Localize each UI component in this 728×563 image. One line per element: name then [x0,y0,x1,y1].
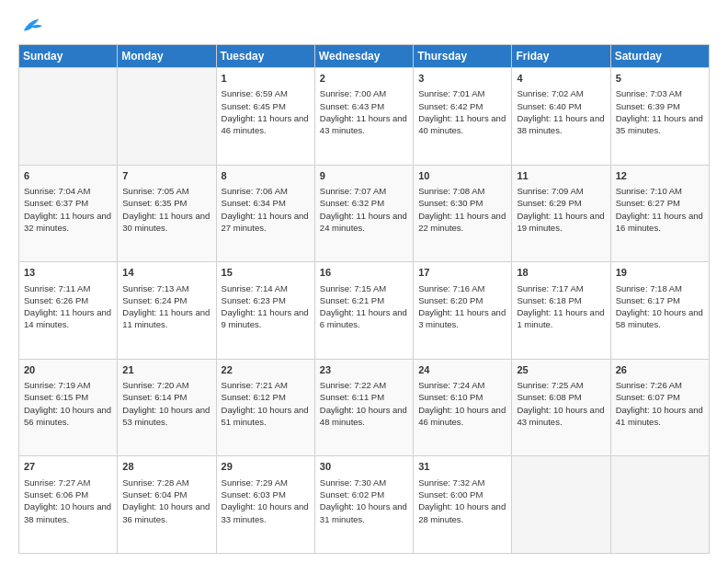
day-info-line: Sunset: 6:26 PM [24,294,112,306]
day-number: 7 [122,169,210,183]
day-number: 15 [222,266,310,280]
weekday-header-wednesday: Wednesday [314,45,413,68]
calendar-cell: 17Sunrise: 7:16 AMSunset: 6:20 PMDayligh… [414,262,512,360]
calendar-cell: 25Sunrise: 7:25 AMSunset: 6:08 PMDayligh… [512,359,610,456]
day-number: 31 [418,460,506,474]
day-info-line: Sunset: 6:17 PM [616,294,704,306]
day-info-line: Sunset: 6:43 PM [320,100,408,112]
calendar-cell: 10Sunrise: 7:08 AMSunset: 6:30 PMDayligh… [414,165,512,262]
day-info-line: Sunrise: 7:04 AM [24,185,112,197]
day-info-line: Daylight: 11 hours and 40 minutes. [418,112,506,137]
week-row-3: 13Sunrise: 7:11 AMSunset: 6:26 PMDayligh… [19,262,710,360]
day-info-line: Sunrise: 7:07 AM [320,185,408,197]
weekday-header-tuesday: Tuesday [216,45,314,68]
day-info-line: Daylight: 11 hours and 9 minutes. [222,306,310,331]
day-info-line: Sunrise: 7:18 AM [616,282,704,294]
calendar-table: SundayMondayTuesdayWednesdayThursdayFrid… [18,44,710,554]
day-info-line: Sunrise: 7:22 AM [320,379,408,391]
page: SundayMondayTuesdayWednesdayThursdayFrid… [0,0,728,563]
day-info-line: Daylight: 10 hours and 48 minutes. [320,404,408,429]
day-number: 13 [24,266,112,280]
day-info-line: Sunrise: 6:59 AM [222,87,310,99]
day-number: 26 [616,363,704,377]
day-info-line: Sunrise: 7:16 AM [418,282,506,294]
calendar-cell [610,456,709,554]
logo [18,15,46,35]
day-info-line: Sunrise: 7:29 AM [222,477,310,488]
calendar-cell: 3Sunrise: 7:01 AMSunset: 6:42 PMDaylight… [414,68,512,166]
calendar-cell: 26Sunrise: 7:26 AMSunset: 6:07 PMDayligh… [610,359,709,456]
day-info-line: Daylight: 11 hours and 6 minutes. [320,306,408,331]
day-info-line: Sunset: 6:32 PM [320,197,408,209]
day-info-line: Daylight: 10 hours and 36 minutes. [122,500,210,525]
day-info-line: Sunrise: 7:28 AM [122,477,210,488]
day-info-line: Sunset: 6:06 PM [24,488,112,500]
week-row-1: 1Sunrise: 6:59 AMSunset: 6:45 PMDaylight… [19,68,710,166]
weekday-header-row: SundayMondayTuesdayWednesdayThursdayFrid… [19,45,710,68]
day-number: 23 [320,363,408,377]
day-number: 11 [517,169,605,183]
calendar-cell: 19Sunrise: 7:18 AMSunset: 6:17 PMDayligh… [610,262,709,360]
weekday-header-sunday: Sunday [19,45,118,68]
day-number: 17 [418,266,506,280]
calendar-cell: 1Sunrise: 6:59 AMSunset: 6:45 PMDaylight… [216,68,314,166]
day-info-line: Daylight: 11 hours and 1 minute. [517,306,605,331]
calendar-cell: 18Sunrise: 7:17 AMSunset: 6:18 PMDayligh… [512,262,610,360]
day-info-line: Sunrise: 7:01 AM [418,87,506,99]
calendar-cell: 14Sunrise: 7:13 AMSunset: 6:24 PMDayligh… [118,262,216,360]
day-info-line: Daylight: 11 hours and 24 minutes. [320,210,408,235]
day-info-line: Daylight: 10 hours and 31 minutes. [320,500,408,525]
day-info-line: Daylight: 11 hours and 16 minutes. [616,210,704,235]
day-info-line: Daylight: 11 hours and 11 minutes. [122,306,210,331]
calendar-cell: 4Sunrise: 7:02 AMSunset: 6:40 PMDaylight… [512,68,610,166]
calendar-cell: 24Sunrise: 7:24 AMSunset: 6:10 PMDayligh… [414,359,512,456]
day-info-line: Sunrise: 7:20 AM [122,379,210,391]
calendar-cell: 20Sunrise: 7:19 AMSunset: 6:15 PMDayligh… [19,359,118,456]
day-info-line: Sunrise: 7:06 AM [222,185,310,197]
day-info-line: Sunrise: 7:13 AM [122,282,210,294]
calendar-cell: 16Sunrise: 7:15 AMSunset: 6:21 PMDayligh… [314,262,413,360]
day-info-line: Sunset: 6:11 PM [320,391,408,403]
day-info-line: Sunset: 6:00 PM [418,488,506,500]
calendar-cell: 29Sunrise: 7:29 AMSunset: 6:03 PMDayligh… [216,456,314,554]
day-info-line: Sunset: 6:21 PM [320,294,408,306]
day-number: 29 [222,460,310,474]
day-info-line: Sunrise: 7:26 AM [616,379,704,391]
day-info-line: Daylight: 11 hours and 38 minutes. [517,112,605,137]
week-row-5: 27Sunrise: 7:27 AMSunset: 6:06 PMDayligh… [19,456,710,554]
day-number: 24 [418,363,506,377]
day-info-line: Sunset: 6:03 PM [222,488,310,500]
day-number: 12 [616,169,704,183]
day-info-line: Sunrise: 7:02 AM [517,87,605,99]
day-info-line: Sunset: 6:23 PM [222,294,310,306]
week-row-4: 20Sunrise: 7:19 AMSunset: 6:15 PMDayligh… [19,359,710,456]
calendar-cell: 12Sunrise: 7:10 AMSunset: 6:27 PMDayligh… [610,165,709,262]
day-info-line: Daylight: 11 hours and 14 minutes. [24,306,112,331]
day-info-line: Sunrise: 7:10 AM [616,185,704,197]
day-info-line: Sunset: 6:24 PM [122,294,210,306]
day-info-line: Sunrise: 7:09 AM [517,185,605,197]
calendar-cell: 23Sunrise: 7:22 AMSunset: 6:11 PMDayligh… [314,359,413,456]
calendar-cell [512,456,610,554]
calendar-cell: 13Sunrise: 7:11 AMSunset: 6:26 PMDayligh… [19,262,118,360]
day-info-line: Sunset: 6:08 PM [517,391,605,403]
day-number: 4 [517,72,605,86]
calendar-cell: 31Sunrise: 7:32 AMSunset: 6:00 PMDayligh… [414,456,512,554]
calendar-cell: 7Sunrise: 7:05 AMSunset: 6:35 PMDaylight… [118,165,216,262]
day-info-line: Daylight: 10 hours and 51 minutes. [222,404,310,429]
logo-text [18,15,46,35]
day-info-line: Sunset: 6:12 PM [222,391,310,403]
day-info-line: Sunset: 6:07 PM [616,391,704,403]
day-info-line: Sunrise: 7:24 AM [418,379,506,391]
day-info-line: Daylight: 10 hours and 46 minutes. [418,404,506,429]
day-info-line: Sunrise: 7:27 AM [24,477,112,488]
day-info-line: Sunrise: 7:05 AM [122,185,210,197]
day-number: 1 [222,72,310,86]
day-info-line: Daylight: 11 hours and 32 minutes. [24,210,112,235]
week-row-2: 6Sunrise: 7:04 AMSunset: 6:37 PMDaylight… [19,165,710,262]
calendar-cell: 11Sunrise: 7:09 AMSunset: 6:29 PMDayligh… [512,165,610,262]
day-info-line: Sunset: 6:29 PM [517,197,605,209]
day-info-line: Sunrise: 7:21 AM [222,379,310,391]
day-info-line: Daylight: 11 hours and 43 minutes. [320,112,408,137]
day-number: 2 [320,72,408,86]
